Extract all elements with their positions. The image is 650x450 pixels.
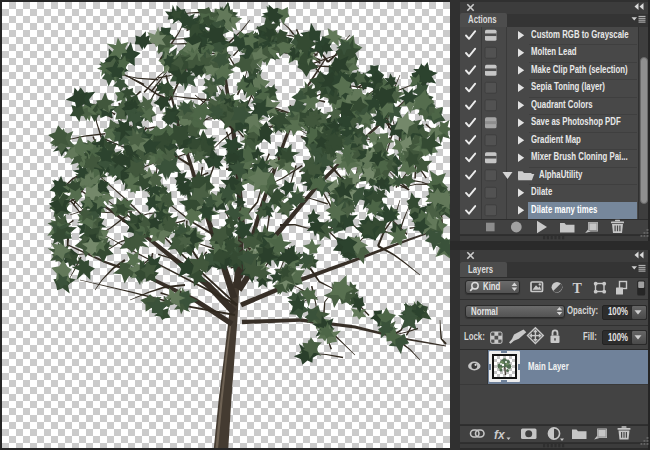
svg-text:T: T	[573, 281, 583, 296]
svg-text:fx: fx	[494, 428, 506, 442]
